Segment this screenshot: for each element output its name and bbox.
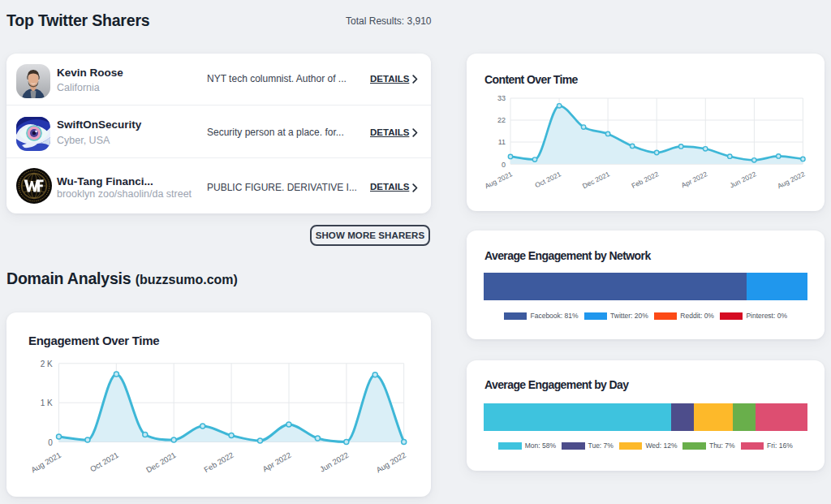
svg-text:1 K: 1 K: [41, 398, 53, 407]
svg-text:Dec 2021: Dec 2021: [144, 450, 178, 475]
svg-text:22: 22: [497, 116, 506, 124]
svg-text:Feb 2022: Feb 2022: [630, 170, 660, 190]
svg-text:2 K: 2 K: [41, 360, 53, 368]
svg-text:0: 0: [502, 161, 506, 169]
svg-text:Jun 2022: Jun 2022: [318, 450, 350, 474]
svg-text:Oct 2021: Oct 2021: [534, 170, 563, 189]
svg-text:Jun 2022: Jun 2022: [728, 170, 757, 189]
svg-text:Dec 2021: Dec 2021: [581, 170, 611, 190]
svg-text:Aug 2021: Aug 2021: [29, 450, 62, 475]
svg-text:Aug 2021: Aug 2021: [484, 170, 514, 190]
svg-text:11: 11: [498, 138, 506, 146]
svg-text:33: 33: [497, 94, 506, 102]
svg-text:Apr 2022: Apr 2022: [680, 170, 709, 189]
svg-text:Aug 2022: Aug 2022: [776, 170, 806, 190]
svg-text:Aug 2022: Aug 2022: [374, 450, 407, 475]
svg-text:Oct 2021: Oct 2021: [88, 450, 120, 474]
svg-text:Feb 2022: Feb 2022: [202, 450, 235, 475]
svg-text:Apr 2022: Apr 2022: [261, 450, 293, 474]
svg-text:0: 0: [48, 438, 53, 447]
